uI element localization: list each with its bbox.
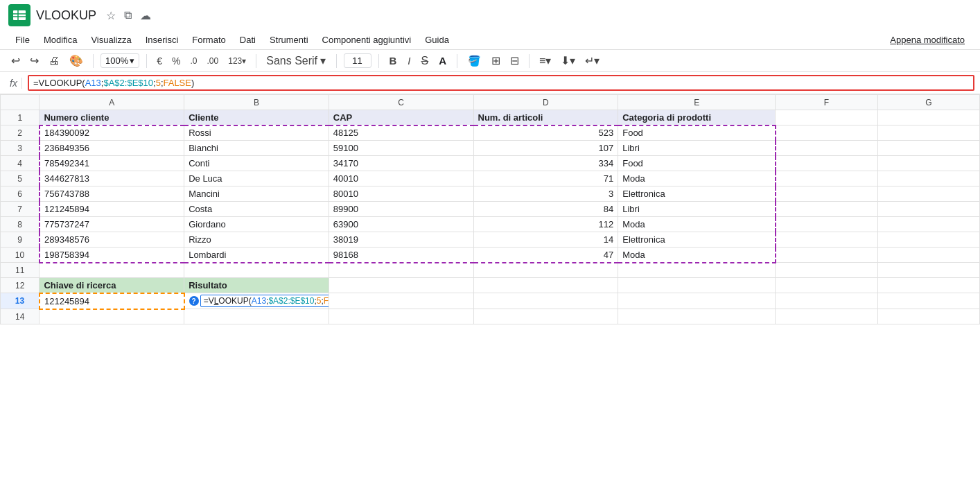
cell-G10[interactable] bbox=[877, 248, 979, 263]
wrap-button[interactable]: ↵▾ bbox=[582, 53, 602, 69]
paint-format-icon[interactable]: 🎨 bbox=[67, 53, 86, 69]
col-header-A[interactable]: A bbox=[40, 95, 184, 110]
menu-modifica[interactable]: Modifica bbox=[37, 32, 84, 48]
cell-F14[interactable] bbox=[776, 309, 877, 324]
cell-F4[interactable] bbox=[776, 156, 877, 171]
cell-D6[interactable]: 3 bbox=[473, 186, 618, 202]
percent-icon[interactable]: % bbox=[169, 54, 183, 68]
borders-button[interactable]: ⊞ bbox=[489, 53, 503, 69]
cell-G11[interactable] bbox=[877, 263, 979, 278]
cell-D2[interactable]: 523 bbox=[473, 125, 618, 141]
cell-D10[interactable]: 47 bbox=[473, 248, 618, 263]
undo-icon[interactable]: ↩ bbox=[8, 53, 23, 69]
cell-G2[interactable] bbox=[877, 125, 979, 141]
cell-G13[interactable] bbox=[877, 293, 979, 309]
print-icon[interactable]: 🖨 bbox=[46, 53, 62, 69]
menu-dati[interactable]: Dati bbox=[233, 32, 263, 48]
cell-G1[interactable] bbox=[877, 110, 979, 125]
menu-file[interactable]: File bbox=[8, 32, 37, 48]
cell-B5[interactable]: De Luca bbox=[184, 171, 329, 186]
cell-B13[interactable]: ? =VLOOKUP(A13;$A$2:$E$10;5;FALSE) bbox=[184, 293, 329, 309]
cell-B11[interactable] bbox=[184, 263, 329, 278]
cell-F12[interactable] bbox=[776, 278, 877, 293]
bold-button[interactable]: B bbox=[386, 53, 401, 68]
cell-D13[interactable] bbox=[473, 293, 618, 309]
cell-G14[interactable] bbox=[877, 309, 979, 324]
cell-F11[interactable] bbox=[776, 263, 877, 278]
menu-strumenti[interactable]: Strumenti bbox=[263, 32, 315, 48]
zoom-selector[interactable]: 100% ▾ bbox=[100, 53, 139, 68]
font-selector[interactable]: Sans Serif ▾ bbox=[263, 53, 329, 69]
italic-button[interactable]: I bbox=[404, 53, 414, 68]
cell-G7[interactable] bbox=[877, 202, 979, 217]
decimal-icon[interactable]: .0 bbox=[188, 55, 200, 67]
col-header-B[interactable]: B bbox=[184, 95, 329, 110]
menu-inserisci[interactable]: Inserisci bbox=[139, 32, 186, 48]
cell-E2[interactable]: Food bbox=[618, 125, 776, 141]
cell-D5[interactable]: 71 bbox=[473, 171, 618, 186]
cell-E10[interactable]: Moda bbox=[618, 248, 776, 263]
cell-B8[interactable]: Giordano bbox=[184, 217, 329, 232]
cell-A10[interactable]: 198758394 bbox=[40, 248, 184, 263]
cell-G4[interactable] bbox=[877, 156, 979, 171]
cell-B1[interactable]: Cliente bbox=[184, 110, 329, 125]
cell-G12[interactable] bbox=[877, 278, 979, 293]
cell-C2[interactable]: 48125 bbox=[329, 125, 473, 141]
cell-B2[interactable]: Rossi bbox=[184, 125, 329, 141]
cell-E13[interactable] bbox=[618, 293, 776, 309]
cell-B10[interactable]: Lombardi bbox=[184, 248, 329, 263]
cell-D4[interactable]: 334 bbox=[473, 156, 618, 171]
cell-A9[interactable]: 289348576 bbox=[40, 232, 184, 248]
col-header-D[interactable]: D bbox=[473, 95, 618, 110]
cell-C1[interactable]: CAP bbox=[329, 110, 473, 125]
cell-C7[interactable]: 89900 bbox=[329, 202, 473, 217]
cell-C11[interactable] bbox=[329, 263, 473, 278]
cell-C5[interactable]: 40010 bbox=[329, 171, 473, 186]
cell-F8[interactable] bbox=[776, 217, 877, 232]
star-icon[interactable]: ☆ bbox=[106, 9, 116, 22]
cell-G9[interactable] bbox=[877, 232, 979, 248]
strikethrough-button[interactable]: S bbox=[419, 53, 432, 69]
cell-E14[interactable] bbox=[618, 309, 776, 324]
col-header-E[interactable]: E bbox=[618, 95, 776, 110]
cell-F9[interactable] bbox=[776, 232, 877, 248]
cell-E4[interactable]: Food bbox=[618, 156, 776, 171]
cell-G8[interactable] bbox=[877, 217, 979, 232]
cell-F7[interactable] bbox=[776, 202, 877, 217]
cell-C9[interactable]: 38019 bbox=[329, 232, 473, 248]
cell-F6[interactable] bbox=[776, 186, 877, 202]
cell-F5[interactable] bbox=[776, 171, 877, 186]
cell-A4[interactable]: 785492341 bbox=[40, 156, 184, 171]
cell-C6[interactable]: 80010 bbox=[329, 186, 473, 202]
cell-E8[interactable]: Moda bbox=[618, 217, 776, 232]
currency-icon[interactable]: € bbox=[154, 54, 165, 68]
cloud-icon[interactable]: ☁ bbox=[140, 9, 151, 22]
col-header-G[interactable]: G bbox=[877, 95, 979, 110]
cell-B6[interactable]: Mancini bbox=[184, 186, 329, 202]
cell-C14[interactable] bbox=[329, 309, 473, 324]
cell-E9[interactable]: Elettronica bbox=[618, 232, 776, 248]
cell-A13[interactable]: 121245894 bbox=[40, 293, 184, 309]
cell-E1[interactable]: Categoria di prodotti bbox=[618, 110, 776, 125]
fill-color-button[interactable]: 🪣 bbox=[464, 53, 484, 69]
cell-D7[interactable]: 84 bbox=[473, 202, 618, 217]
cell-F13[interactable] bbox=[776, 293, 877, 309]
cell-C10[interactable]: 98168 bbox=[329, 248, 473, 263]
decimal2-icon[interactable]: .00 bbox=[204, 55, 222, 67]
cell-A12[interactable]: Chiave di ricerca bbox=[40, 278, 184, 293]
cell-D11[interactable] bbox=[473, 263, 618, 278]
cell-E7[interactable]: Libri bbox=[618, 202, 776, 217]
valign-button[interactable]: ⬇▾ bbox=[558, 53, 578, 69]
cell-C3[interactable]: 59100 bbox=[329, 141, 473, 156]
cell-E11[interactable] bbox=[618, 263, 776, 278]
cell-A2[interactable]: 184390092 bbox=[40, 125, 184, 141]
cell-D3[interactable]: 107 bbox=[473, 141, 618, 156]
cell-F2[interactable] bbox=[776, 125, 877, 141]
cell-G5[interactable] bbox=[877, 171, 979, 186]
cell-F1[interactable] bbox=[776, 110, 877, 125]
cell-A1[interactable]: Numero cliente bbox=[40, 110, 184, 125]
cell-B12[interactable]: Risultato bbox=[184, 278, 329, 293]
cell-G6[interactable] bbox=[877, 186, 979, 202]
cell-E5[interactable]: Moda bbox=[618, 171, 776, 186]
cell-D9[interactable]: 14 bbox=[473, 232, 618, 248]
